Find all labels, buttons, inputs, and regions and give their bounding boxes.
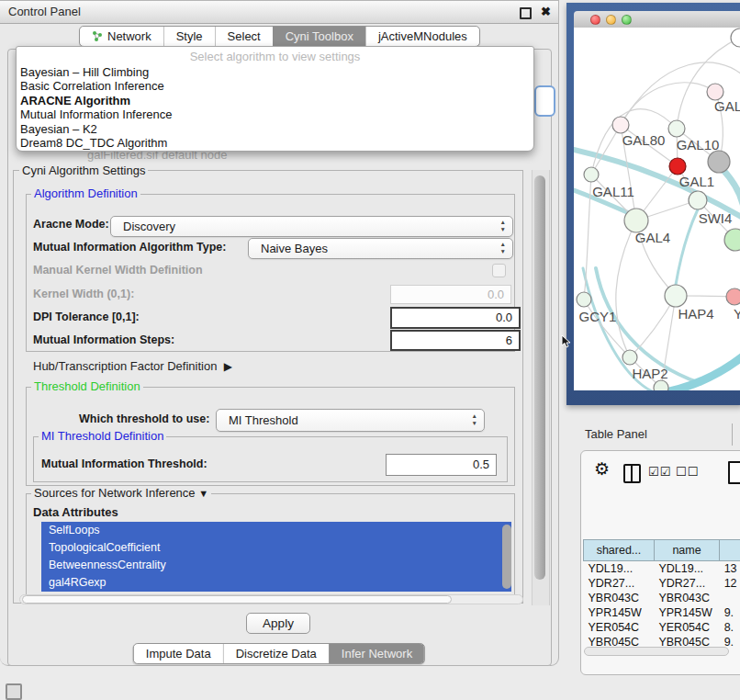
network-node[interactable] (708, 151, 730, 173)
unchecked-boxes-icon[interactable]: ☐☐ (676, 465, 699, 479)
mi-algorithm-type-label: Mutual Information Algorithm Type: (33, 241, 226, 254)
network-node-gal1[interactable] (689, 191, 707, 209)
threshold-definition-title: Threshold Definition (31, 379, 143, 393)
node-label: HAP2 (632, 366, 667, 381)
network-node[interactable] (731, 28, 740, 47)
table-panel-divider (732, 423, 733, 446)
tab-jactivemnodules[interactable]: jActiveMNodules (365, 27, 479, 46)
column-header[interactable]: shared... (584, 540, 655, 561)
network-node-gal10[interactable] (668, 120, 685, 137)
settings-vertical-scrollbar[interactable] (532, 170, 550, 605)
node-attribute-table[interactable]: shared...name YDL19...YDL19...13YDR27...… (583, 539, 740, 647)
column-header[interactable]: name (654, 540, 719, 561)
gear-icon[interactable]: ⚙ (594, 458, 610, 480)
zoom-traffic-icon[interactable] (622, 15, 632, 25)
node-label: GAL (714, 98, 740, 114)
network-node[interactable] (669, 158, 686, 175)
mi-algorithm-type-combo[interactable]: Naive Bayes ▲▼ (248, 238, 513, 259)
combo-stepper-icon: ▲▼ (500, 219, 506, 233)
tab-infer-network[interactable]: Infer Network (329, 644, 424, 663)
tab-network[interactable]: Network (80, 27, 163, 46)
table-row[interactable]: YER054CYER054C8. (584, 620, 740, 635)
focused-combo-fragment[interactable] (534, 85, 555, 117)
close-traffic-icon[interactable] (590, 15, 600, 25)
dpi-tolerance-field[interactable]: 0.0 (390, 307, 521, 329)
control-panel-tab-bar: NetworkStyleSelectCyni ToolboxjActiveMNo… (79, 26, 480, 47)
manual-kernel-width-checkbox[interactable] (492, 264, 506, 277)
mi-steps-field[interactable]: 6 (390, 330, 521, 351)
mi-threshold-field[interactable]: 0.5 (386, 454, 497, 476)
tab-style[interactable]: Style (163, 27, 215, 46)
float-window-icon[interactable] (520, 7, 532, 19)
manual-kernel-width-label: Manual Kernel Width Definition (33, 264, 203, 277)
tab-discretize-data[interactable]: Discretize Data (223, 644, 329, 663)
aracne-mode-combo[interactable]: Discovery ▲▼ (110, 216, 513, 237)
network-view-window[interactable]: GALGAL80GAL10GAL1GAL11GAL4SWI4GCY1HAP4YH… (566, 3, 740, 405)
node-label: GAL11 (592, 184, 634, 199)
aracne-mode-label: Aracne Mode: (33, 218, 109, 231)
table-row[interactable]: YPR145WYPR145W9. (584, 605, 740, 620)
attribute-item[interactable]: SelfLoops (41, 522, 511, 539)
attribute-item[interactable]: gal4RGexp (41, 574, 511, 592)
table-horizontal-scrollbar[interactable] (584, 647, 729, 656)
settings-horizontal-scrollbar[interactable] (19, 594, 523, 604)
column-header[interactable] (720, 540, 740, 561)
hub-transcription-expander[interactable]: Hub/Transcription Factor Definition ▶ (33, 359, 232, 373)
table-row[interactable]: YBR043CYBR043C (584, 591, 740, 605)
network-node-gal80[interactable] (612, 117, 629, 133)
algorithm-option[interactable]: Mutual Information Inference (17, 107, 533, 121)
algorithm-option[interactable]: Basic Correlation Inference (17, 79, 533, 93)
network-node-hap2[interactable] (622, 350, 637, 365)
table-panel-toolbar: ⚙ ☑☑ ☐☐ (581, 451, 740, 495)
kernel-width-field: 0.0 (390, 285, 511, 304)
network-nodes[interactable]: GALGAL80GAL10GAL1GAL11GAL4SWI4GCY1HAP4YH… (577, 28, 740, 390)
table-panel: ⚙ ☑☑ ☐☐ shared...name YDL19...YDL19...13… (580, 450, 740, 675)
close-window-icon[interactable]: ✖ (541, 1, 551, 23)
table-row[interactable]: YDL19...YDL19...13 (584, 561, 740, 577)
chevron-right-icon: ▶ (224, 360, 232, 373)
algorithm-option[interactable]: Bayesian – K2 (17, 122, 533, 136)
algorithm-option[interactable]: Bayesian – Hill Climbing (17, 65, 533, 79)
algorithm-option[interactable]: Dream8 DC_TDC Algorithm (17, 136, 533, 150)
table-row[interactable]: YDR27...YDR27...12 (584, 576, 740, 591)
data-attributes-list[interactable]: SelfLoopsTopologicalCoefficientBetweenne… (41, 522, 511, 592)
node-label: SWI4 (699, 210, 733, 226)
kernel-width-label: Kernel Width (0,1): (33, 288, 134, 300)
attribute-item[interactable]: TopologicalCoefficient (41, 539, 511, 557)
network-node-y[interactable] (726, 288, 740, 305)
window-title: Control Panel (8, 5, 81, 18)
tab-select[interactable]: Select (215, 27, 273, 46)
mi-threshold-label: Mutual Information Threshold: (41, 457, 207, 470)
control-panel-titlebar: Control Panel ✖ (0, 1, 558, 24)
combo-stepper-icon: ▲▼ (500, 241, 506, 255)
network-icon (92, 30, 103, 42)
minimize-traffic-icon[interactable] (606, 15, 616, 25)
mi-threshold-definition-title: MI Threshold Definition (39, 429, 166, 443)
split-columns-icon[interactable] (623, 464, 641, 483)
panel-grip-icon[interactable] (6, 683, 22, 700)
which-threshold-label: Which threshold to use: (79, 412, 209, 425)
apply-button[interactable]: Apply (246, 613, 310, 634)
algorithm-dropdown-placeholder: Select algorithm to view settings (17, 47, 533, 65)
table-panel-title: Table Panel (585, 427, 647, 441)
tab-impute-data[interactable]: Impute Data (134, 644, 223, 663)
network-node-gcy1[interactable] (577, 292, 591, 307)
network-node[interactable] (654, 380, 668, 390)
attribute-item[interactable]: BetweennessCentrality (41, 557, 511, 574)
network-node-swi4[interactable] (724, 229, 740, 251)
network-node-gal11[interactable] (584, 167, 599, 182)
tab-cyni-toolbox[interactable]: Cyni Toolbox (273, 27, 365, 46)
algorithm-option[interactable]: ARACNE Algorithm (17, 94, 533, 107)
sources-expander[interactable]: Sources for Network Inference ▼ (31, 486, 211, 500)
network-node-hap4[interactable] (665, 285, 687, 307)
table-row[interactable]: YBR045CYBR045C9. (584, 635, 740, 647)
screen: Control Panel ✖ NetworkStyleSelectCyni T… (0, 0, 740, 700)
combo-stepper-icon: ▲▼ (472, 412, 477, 427)
node-label: GAL4 (635, 230, 670, 245)
settings-group-title: Cyni Algorithm Settings (19, 164, 148, 177)
attributes-list-scrollbar[interactable] (502, 525, 511, 589)
checked-boxes-icon[interactable]: ☑☑ (648, 465, 671, 479)
network-canvas[interactable]: GALGAL80GAL10GAL1GAL11GAL4SWI4GCY1HAP4YH… (574, 28, 740, 390)
document-icon[interactable] (728, 461, 740, 484)
which-threshold-combo[interactable]: MI Threshold ▲▼ (216, 409, 485, 432)
